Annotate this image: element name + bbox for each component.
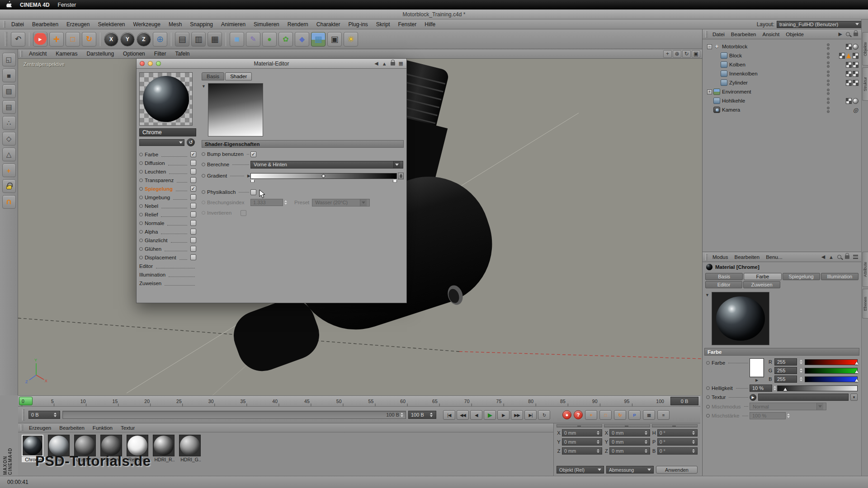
render-picture-viewer-button[interactable]: ▥ [191,32,206,47]
expand-color-icon[interactable]: ▶ [755,378,758,382]
attribute-tab[interactable]: Illumination [821,273,859,280]
channel-row[interactable]: Displacement [139,253,196,262]
expand-toggle[interactable] [707,89,712,94]
prev-key-button[interactable]: ◀◀ [457,410,469,420]
workplane-mode-button[interactable]: ▤ [2,100,16,114]
menu-item[interactable]: Bearbeiten [28,21,62,28]
edges-mode-button[interactable]: ◇ [2,132,16,145]
lock-icon[interactable] [391,62,395,66]
menu-item[interactable]: Rendern [283,21,312,28]
add-primitive-button[interactable]: ■ [230,32,244,47]
rotate-view-icon[interactable]: ↻ [682,50,691,58]
channel-row[interactable]: Farbe [139,150,196,159]
channel-row[interactable]: Zuweisen [139,279,196,287]
channel-checkbox[interactable] [190,254,196,260]
visibility-dots[interactable] [827,70,831,77]
menu-item[interactable]: Mesh [165,21,186,28]
texture-tag-icon[interactable] [846,80,852,86]
material-editor-window[interactable]: Material-Editor ◀▲▦ Chrome ↺ Farbe [136,58,407,303]
z-axis-lock-button[interactable]: Z [137,32,151,47]
expand-toggle[interactable] [707,44,712,49]
menu-item[interactable]: Werkzeuge [129,21,164,28]
shader-preview[interactable] [208,83,263,136]
mix-strength-stepper[interactable] [786,412,791,419]
make-editable-button[interactable]: ◱ [2,53,16,66]
preview-range-slider[interactable]: 100 B [62,411,406,419]
record-parameter-button[interactable]: P [628,410,641,420]
channel-slider[interactable] [805,376,858,382]
coordinate-field[interactable]: 0 ° [657,447,698,455]
visibility-dots[interactable] [827,89,831,95]
y-axis-lock-button[interactable]: Y [120,32,135,47]
add-light-button[interactable]: ☀ [344,32,358,47]
current-frame-box[interactable]: 0 B [670,397,698,405]
channel-row[interactable]: Alpha [139,227,196,236]
channel-row[interactable]: Diffusion [139,159,196,167]
maximize-view-icon[interactable]: ▣ [692,50,700,58]
minimize-icon[interactable] [148,61,153,66]
nav-back-icon[interactable]: ◀ [821,254,825,260]
end-frame-field[interactable]: 100 B [408,411,436,419]
channel-row[interactable]: Transparenz [139,176,196,184]
panel-grip[interactable] [705,253,708,260]
editor-tab[interactable]: Basis [202,72,224,80]
collapse-arrow-icon[interactable]: ▼ [202,84,206,89]
coordinate-field[interactable]: 0 mm [609,429,650,436]
menu-item[interactable]: Animieren [217,21,250,28]
texture-tag-icon[interactable] [846,98,852,104]
add-camera-button[interactable]: ▣ [327,32,342,47]
dock-tab-attribute[interactable]: Attribute [862,252,868,287]
live-selection-tool[interactable]: ► [33,32,47,47]
channel-row[interactable]: Normale [139,219,196,227]
viewport-menu-grip[interactable] [20,51,23,57]
add-environment-button[interactable]: ▦ [311,32,326,47]
toolbar-grip[interactable] [5,32,8,46]
texture-tag-icon[interactable] [846,44,852,50]
attribute-menu-item[interactable]: Modus [709,254,731,260]
current-frame-field[interactable]: 0 B [28,411,60,419]
timeline-ruler[interactable]: 0510152025303540455055606570758085909510… [18,396,668,406]
channel-slider[interactable] [805,368,858,374]
menu-item[interactable]: Plug-ins [344,21,372,28]
more-menu-arrow-icon[interactable]: ▶ [839,31,842,37]
timeline-options-button[interactable]: ≡ [657,410,670,420]
coordinate-system-button[interactable]: ⊕ [153,32,167,47]
selection-tag-icon[interactable] [846,53,852,59]
viewport-menu-item[interactable]: Filter [150,51,171,57]
attribute-tab[interactable]: Editor [705,281,742,288]
record-rotation-button[interactable]: ↻ [614,410,626,420]
channel-row[interactable]: Glühen [139,244,196,253]
measure-dropdown[interactable]: Abmessung [606,466,654,474]
channel-checkbox[interactable] [190,237,196,243]
color-swatch[interactable] [750,358,764,377]
channel-row[interactable]: Editor [139,262,196,270]
points-mode-button[interactable]: ∴ [2,116,16,130]
autokey-button[interactable]: ? [574,410,583,419]
object-manager-menu-item[interactable]: Ansicht [759,32,783,37]
add-spline-button[interactable]: ✎ [246,32,260,47]
material-name-field[interactable]: Chrome [139,128,196,136]
channel-row[interactable]: Umgebung [139,193,196,202]
menu-item[interactable]: Erzeugen [62,21,94,28]
panel-grip[interactable] [21,425,24,431]
viewport-menu-item[interactable]: Tafeln [170,51,194,57]
channel-row[interactable]: Leuchten [139,167,196,176]
goto-end-button[interactable]: ▶| [524,410,537,420]
texture-path-field[interactable] [758,394,849,401]
coordinate-field[interactable]: 0 mm [562,447,602,455]
coordinate-field[interactable]: 0 ° [657,438,698,446]
texture-menu-button[interactable]: ▾ [850,394,858,401]
editor-tab[interactable]: Shader [225,72,252,80]
camera-label[interactable]: Zentralperspektive [24,61,65,67]
texture-tag-icon[interactable] [853,71,859,77]
coordinate-field[interactable]: 0 mm [562,438,602,446]
polygons-mode-button[interactable]: △ [2,148,16,161]
play-button[interactable]: ▶ [484,410,496,420]
material-item[interactable]: HDRI_G.. [179,435,203,462]
scale-tool[interactable]: □ [66,32,80,47]
viewport-menu-item[interactable]: Ansicht [24,51,51,57]
channel-checkbox[interactable] [190,177,196,183]
attribute-tab[interactable]: Farbe [744,273,781,280]
apply-button[interactable]: Anwenden [656,466,698,474]
object-row[interactable]: Block [703,51,860,60]
